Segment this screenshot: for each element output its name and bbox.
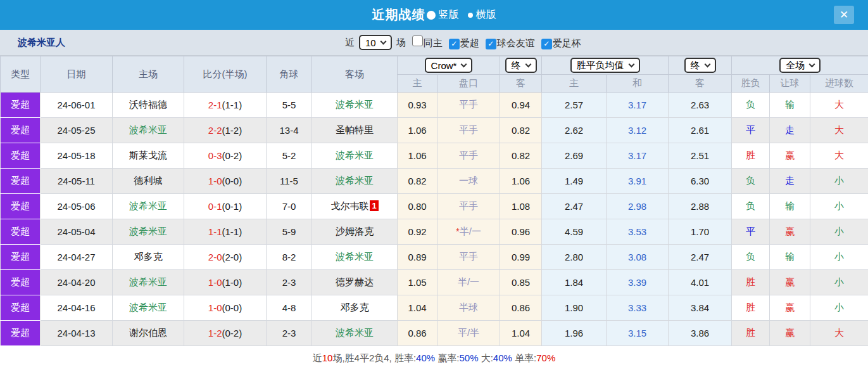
handicap-final-select-value: 终 — [512, 60, 521, 72]
bookmaker-select-value: Crow* — [431, 60, 457, 71]
avg-home-odds: 1.84 — [542, 270, 607, 295]
checkbox-爱超[interactable]: ✓ — [449, 39, 460, 49]
recent-label: 近 — [345, 37, 355, 49]
corner-count: 5-9 — [267, 219, 312, 245]
away-team: 沙姆洛克 — [312, 219, 398, 245]
avg-final-select[interactable]: 终 — [684, 58, 716, 73]
handicap-result: 输 — [770, 194, 810, 219]
col-header-away: 客场 — [312, 56, 398, 93]
league-type-badge: 爱超 — [1, 219, 41, 245]
home-team-name: 波希米亚 — [129, 200, 167, 211]
scope-select[interactable]: 全场 — [779, 58, 821, 73]
chevron-down-icon — [525, 61, 531, 67]
avg-draw-odds: 3.08 — [607, 245, 669, 270]
handicap-line-text: 平手 — [459, 200, 478, 211]
halftime-score: (1-1) — [222, 100, 242, 110]
corner-count: 2-3 — [267, 270, 312, 295]
goals-result: 小 — [810, 194, 868, 219]
handicap-line: 平手 — [437, 93, 500, 118]
home-team-name: 波希米亚 — [129, 124, 167, 135]
handicap-home-odds: 0.82 — [398, 169, 437, 194]
score: 0-3(0-2) — [184, 143, 267, 169]
handicap-result: 走 — [770, 118, 810, 143]
match-result: 负 — [732, 169, 770, 194]
league-type-badge: 爱超 — [1, 194, 41, 219]
home-team-name: 斯莱戈流 — [129, 150, 167, 160]
col-header-home: 主场 — [113, 56, 184, 93]
halftime-score: (0-0) — [222, 176, 242, 186]
away-team-name: 德罗赫达 — [336, 276, 374, 287]
bookmaker-select[interactable]: Crow* — [425, 58, 473, 73]
away-team-name: 邓多克 — [341, 302, 369, 313]
team-name: 波希米亚人 — [18, 37, 65, 49]
handicap-final-select[interactable]: 终 — [505, 58, 537, 73]
match-result: 平 — [732, 118, 770, 143]
match-date: 24-05-04 — [41, 219, 113, 245]
away-team-name: 圣帕特里 — [336, 124, 374, 135]
score: 0-1(0-1) — [184, 194, 267, 219]
avg-draw-odds: 3.17 — [607, 143, 669, 169]
league-type-badge: 爱超 — [1, 270, 41, 295]
handicap-line: 平手 — [437, 118, 500, 143]
halftime-score: (0-2) — [222, 328, 242, 339]
fulltime-score: 2-0 — [208, 252, 222, 262]
handicap-line-text: 平/半 — [458, 327, 479, 338]
checkbox-label: 球会友谊 — [497, 37, 535, 48]
checkbox-label: 爱超 — [460, 37, 479, 48]
away-team: 圣帕特里 — [312, 118, 398, 143]
away-team-name: 波希米亚 — [336, 99, 374, 110]
avg-draw-odds: 3.53 — [607, 219, 669, 245]
handicap-home-odds: 1.06 — [398, 143, 437, 169]
fulltime-score: 1-1 — [208, 226, 222, 237]
halftime-score: (1-2) — [222, 125, 242, 136]
fulltime-score: 2-1 — [208, 100, 222, 110]
match-date: 24-04-13 — [41, 321, 113, 346]
close-button[interactable]: ✕ — [834, 6, 854, 24]
halftime-score: (1-0) — [222, 277, 242, 288]
avg-odds-select[interactable]: 胜平负均值 — [570, 58, 640, 73]
red-card-badge: 1 — [370, 200, 378, 211]
horizontal-layout-radio[interactable] — [468, 13, 473, 18]
goals-result: 大 — [810, 143, 868, 169]
home-team: 波希米亚 — [113, 270, 184, 295]
goals-result: 大 — [810, 118, 868, 143]
away-team-name: 波希米亚 — [336, 150, 374, 160]
league-type-badge: 爱超 — [1, 169, 41, 194]
avg-away-odds: 2.47 — [669, 245, 732, 270]
home-team: 斯莱戈流 — [113, 143, 184, 169]
checkbox-同主[interactable] — [412, 35, 423, 46]
handicap-home-odds: 0.92 — [398, 219, 437, 245]
filter-controls: 近 10 场 同主✓爱超✓球会友谊✓爱足杯 — [345, 35, 581, 50]
handicap-line-text: 半/一 — [460, 226, 481, 236]
table-row: 爱超24-05-11德利城1-0(0-0)11-5波希米亚0.82一球1.061… — [1, 169, 868, 194]
avg-home-odds: 2.69 — [542, 143, 607, 169]
match-result: 平 — [732, 219, 770, 245]
away-team-name: 波希米亚 — [336, 327, 374, 338]
halftime-score: (1-1) — [222, 226, 242, 237]
match-result: 负 — [732, 245, 770, 270]
corner-count: 4-8 — [267, 295, 312, 321]
handicap-away-odds: 0.99 — [500, 245, 542, 270]
chevron-down-icon — [809, 61, 815, 67]
fulltime-score: 2-2 — [208, 125, 222, 136]
avg-away-odds: 2.63 — [669, 93, 732, 118]
vertical-layout-radio[interactable] — [427, 11, 436, 20]
handicap-result: 赢 — [770, 143, 810, 169]
checkbox-球会友谊[interactable]: ✓ — [486, 39, 496, 49]
handicap-home-odds: 0.89 — [398, 245, 437, 270]
summary-segment: 10 — [322, 352, 333, 363]
avg-home-odds: 1.49 — [542, 169, 607, 194]
avg-away-odds: 3.86 — [669, 321, 732, 346]
handicap-away-odds: 1.06 — [500, 169, 542, 194]
match-result: 胜 — [732, 143, 770, 169]
recent-count-select[interactable]: 10 — [359, 35, 392, 50]
home-team: 邓多克 — [113, 245, 184, 270]
match-date: 24-05-06 — [41, 194, 113, 219]
away-team: 邓多克 — [312, 295, 398, 321]
checkbox-爱足杯[interactable]: ✓ — [541, 39, 552, 49]
summary-segment: 赢率: — [435, 352, 459, 363]
halftime-score: (0-2) — [222, 150, 242, 161]
col-header-handicap-home: 主 — [398, 75, 437, 93]
score: 2-2(1-2) — [184, 118, 267, 143]
handicap-home-odds: 0.93 — [398, 93, 437, 118]
